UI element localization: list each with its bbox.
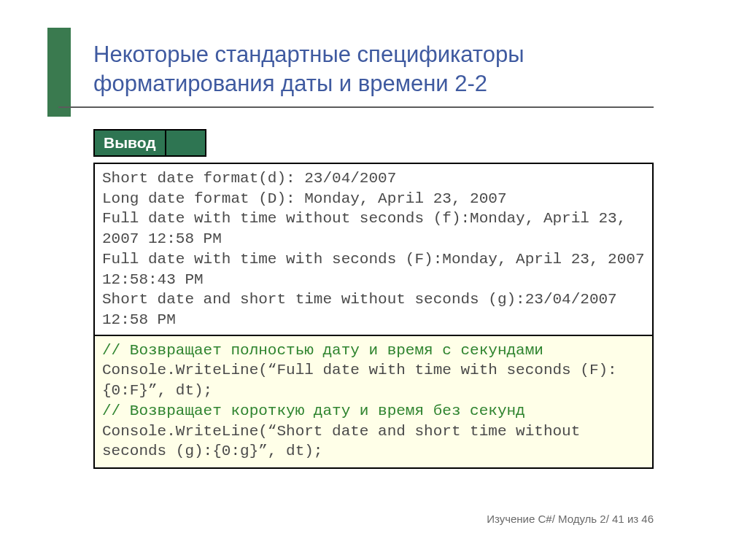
- code-box: // Возвращает полностью дату и время с с…: [93, 336, 654, 469]
- accent-block-vertical: [47, 28, 71, 117]
- slide-title-area: Некоторые стандартные спецификаторы форм…: [93, 40, 662, 98]
- code-line-2: Console.WriteLine(“Short date and short …: [102, 423, 589, 460]
- output-label-text: Вывод: [93, 129, 166, 157]
- slide-footer: Изучение C#/ Модуль 2/ 41 из 46: [487, 513, 654, 525]
- code-comment-1: // Возвращает полностью дату и время с с…: [102, 342, 543, 359]
- code-comment-2: // Возвращает короткую дату и время без …: [102, 402, 525, 419]
- code-line-1: Console.WriteLine(“Full date with time w…: [102, 362, 617, 399]
- content-area: Short date format(d): 23/04/2007 Long da…: [93, 163, 654, 469]
- output-box: Short date format(d): 23/04/2007 Long da…: [93, 163, 654, 336]
- output-label-side: [166, 129, 206, 157]
- accent-line-horizontal: [58, 106, 654, 108]
- slide-title: Некоторые стандартные спецификаторы форм…: [93, 40, 662, 98]
- output-label-tag: Вывод: [93, 129, 206, 157]
